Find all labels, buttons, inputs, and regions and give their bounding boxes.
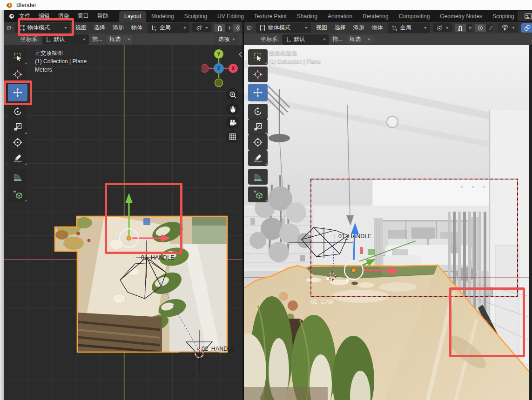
rotate-tool-icon	[13, 107, 23, 117]
select-mode-value: 框选	[109, 35, 121, 43]
editor-type-icon[interactable]	[7, 24, 13, 32]
axis-x-neg-ball[interactable]	[202, 65, 209, 73]
menu-select-left[interactable]: 选择	[92, 23, 108, 33]
show-gizmo-dropdown[interactable]	[498, 23, 518, 33]
menu-add-left[interactable]: 添加	[110, 23, 126, 33]
mode-dropdown-left[interactable]: 物体模式	[15, 23, 70, 33]
add-cube-tool-button[interactable]	[8, 187, 27, 202]
chevron-down-icon	[305, 27, 308, 29]
snap-increment-icon	[468, 25, 472, 31]
add-cube-tool-button[interactable]	[248, 187, 268, 202]
cursor-tool-button[interactable]	[248, 67, 268, 82]
menu-edit[interactable]: 编辑	[34, 11, 54, 21]
select-box-tool-button[interactable]	[8, 49, 27, 65]
drag-label: 拖...	[332, 35, 343, 43]
viewport-header-left: 物体模式 视图 选择 添加 物体 全局	[4, 22, 242, 33]
select-mode-dropdown-right[interactable]: 框选	[346, 34, 374, 45]
tab-compositing[interactable]: Compositing	[394, 11, 435, 22]
tab-geometry-nodes[interactable]: Geometry Nodes	[435, 11, 487, 22]
select-box-icon	[253, 52, 263, 62]
viewport-3d-top-ortho[interactable]: 01_HANDLE 02_HANDLE	[4, 45, 242, 400]
menu-window[interactable]: 窗口	[74, 11, 93, 21]
tab-shading[interactable]: Shading	[292, 11, 323, 22]
snap-group-left	[214, 24, 230, 32]
move-tool-button[interactable]	[8, 84, 27, 101]
chevron-down-icon	[183, 27, 186, 29]
transform-tool-button[interactable]	[8, 134, 27, 150]
chevron-down-icon	[368, 39, 370, 40]
cursor-tool-button[interactable]	[8, 67, 27, 82]
annotate-tool-button[interactable]	[8, 150, 27, 166]
coord-system-dropdown-right[interactable]: 默认	[282, 34, 329, 45]
menu-view-left[interactable]: 视图	[73, 23, 89, 33]
select-box-icon	[13, 52, 23, 62]
pan-button[interactable]	[226, 102, 239, 115]
snap-target-dropdown[interactable]	[466, 24, 472, 32]
sidebar-toggle-chevron[interactable]	[238, 51, 242, 58]
tab-sculpting[interactable]: Sculpting	[179, 11, 212, 22]
orientation-dropdown-right[interactable]: 全局	[388, 23, 430, 33]
menu-help[interactable]: 帮助	[93, 11, 113, 21]
menu-view-right[interactable]: 视图	[314, 23, 330, 33]
tab-modeling[interactable]: Modeling	[146, 11, 179, 22]
measure-tool-button[interactable]	[248, 169, 268, 185]
camera-icon	[229, 119, 237, 127]
measure-tool-icon	[253, 172, 263, 182]
tab-animation[interactable]: Animation	[323, 11, 357, 22]
options-button-left[interactable]: 选项	[215, 34, 239, 45]
scale-tool-button[interactable]	[8, 119, 27, 135]
scene-selector-button[interactable]	[518, 11, 532, 21]
rotate-tool-button[interactable]	[8, 104, 27, 120]
zoom-button[interactable]	[226, 88, 239, 101]
pivot-dropdown-right[interactable]	[433, 23, 452, 32]
tab-layout[interactable]: Layout	[119, 11, 146, 22]
select-mode-dropdown-left[interactable]: 框选	[106, 34, 134, 45]
menu-file[interactable]: 文件	[15, 11, 34, 21]
tab-rendering[interactable]: Rendering	[357, 11, 393, 22]
menu-object-right[interactable]: 物体	[370, 23, 385, 33]
camera-view-button[interactable]	[226, 116, 239, 129]
orientation-label: 坐标系:	[261, 35, 279, 43]
proportional-toggle[interactable]	[233, 24, 240, 32]
menu-select-right[interactable]: 选择	[332, 23, 348, 33]
axis-y-neg-ball[interactable]	[215, 79, 223, 87]
snap-toggle[interactable]	[455, 24, 466, 32]
coord-system-dropdown-left[interactable]: 默认	[42, 34, 89, 45]
toggle-ortho-button[interactable]	[226, 130, 239, 143]
scale-tool-button[interactable]	[248, 119, 268, 135]
editor-type-icon[interactable]	[247, 24, 253, 32]
select-box-tool-button[interactable]	[248, 49, 268, 65]
tab-uv-editing[interactable]: UV Editing	[212, 11, 249, 22]
navigation-axis-gizmo[interactable]: Y Z X	[202, 48, 242, 90]
add-cube-icon	[253, 189, 263, 200]
measure-tool-icon	[13, 172, 23, 182]
annotate-pencil-icon	[13, 153, 23, 163]
orientation-dropdown-left[interactable]: 全局	[148, 23, 189, 33]
menu-object-left[interactable]: 物体	[129, 23, 145, 33]
blender-app-menu-icon[interactable]	[7, 13, 15, 20]
rotate-tool-button[interactable]	[248, 104, 268, 120]
object-mode-icon	[19, 25, 25, 31]
viewport-3d-camera[interactable]: 01_HANDLE 02_CAM	[244, 45, 529, 400]
falloff-dropdown[interactable]	[486, 24, 492, 32]
view-label: 正交顶视图	[35, 49, 87, 57]
proportional-toggle[interactable]	[475, 24, 486, 32]
tab-scripting[interactable]: Scripting	[487, 11, 519, 22]
measure-tool-button[interactable]	[8, 169, 27, 185]
pivot-dropdown-left[interactable]	[192, 23, 211, 32]
transform-tool-button[interactable]	[248, 134, 268, 150]
overlays-toggle[interactable]	[521, 23, 532, 33]
mode-dropdown-right[interactable]: 物体模式	[256, 23, 311, 33]
left-scene: 01_HANDLE 02_HANDLE	[4, 45, 242, 400]
coord-system-value: 默认	[54, 35, 65, 43]
tab-texture-paint[interactable]: Texture Paint	[249, 11, 292, 22]
snap-target-dropdown[interactable]	[225, 24, 230, 32]
move-tool-button[interactable]	[248, 84, 268, 101]
snap-toggle[interactable]	[214, 24, 225, 32]
window-title: Blender	[16, 2, 36, 8]
menu-add-right[interactable]: 添加	[351, 23, 367, 33]
menu-render[interactable]: 渲染	[54, 11, 74, 21]
context-label: (1) Collection | Plane	[269, 57, 321, 66]
annotate-tool-button[interactable]	[248, 150, 268, 166]
add-cube-icon	[13, 189, 23, 200]
